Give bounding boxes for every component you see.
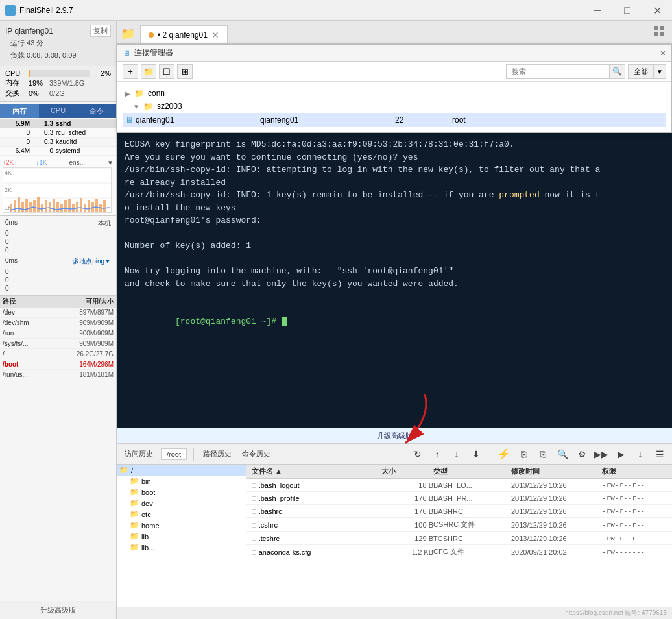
file-tree-item-dev[interactable]: 📁 dev xyxy=(117,498,246,509)
terminal-tab[interactable]: • 2 qianfeng01 ✕ xyxy=(140,25,228,43)
history-button[interactable]: 访问历史 xyxy=(122,448,156,460)
folder-icon[interactable]: 📁 xyxy=(121,27,135,41)
tab-bar: 📁 • 2 qianfeng01 ✕ xyxy=(117,21,672,44)
terminal[interactable]: ECDSA key fingerprint is MD5:dc:fa:0d:a3… xyxy=(117,133,672,428)
tab-memory[interactable]: 内存 xyxy=(0,104,39,118)
terminal-upgrade-button[interactable]: 升级高级版 xyxy=(117,428,672,443)
ping-label2: 本机 xyxy=(98,219,111,228)
terminal-line: Number of key(s) added: 1 xyxy=(125,239,664,252)
conn-tree-item-conn[interactable]: ▶ 📁 conn xyxy=(123,87,666,100)
file-name4: □.cshrc xyxy=(252,521,381,529)
tab-close-button[interactable]: ✕ xyxy=(211,30,219,40)
conn-tree-item-sz2003[interactable]: ▼ 📁 sz2003 xyxy=(123,100,666,113)
file-size: 18 B xyxy=(381,481,433,489)
list-item[interactable]: □.tcshrc 129 B TCSHRC ... 2013/12/29 10:… xyxy=(246,532,672,545)
ping-val3: 0 xyxy=(5,246,111,254)
search-input[interactable] xyxy=(506,64,610,79)
table-row: 00.3rcu_sched xyxy=(0,128,116,138)
list-item[interactable]: /boot 164M/296M xyxy=(0,359,116,370)
current-path[interactable]: /root xyxy=(161,448,187,460)
list-item[interactable]: □.bash_profile 176 B BASH_PR... 2013/12/… xyxy=(246,492,672,505)
minimize-button[interactable]: ─ xyxy=(582,0,612,21)
file-name5: □.tcshrc xyxy=(252,535,381,542)
play-icon[interactable]: ▶ xyxy=(614,447,628,461)
forward-icon[interactable]: ▶▶ xyxy=(594,447,608,461)
refresh-icon[interactable]: ↻ xyxy=(411,447,425,461)
list-item[interactable]: /dev897M/897M xyxy=(0,308,116,318)
down-icon[interactable]: ↓ xyxy=(633,447,647,461)
cmd-history-button[interactable]: 命令历史 xyxy=(239,448,273,460)
dir-icon2: 📁 xyxy=(130,488,139,496)
file-tree-item-lib[interactable]: 📁 lib xyxy=(117,531,246,542)
search-icon[interactable]: 🔍 xyxy=(610,64,625,79)
list-item[interactable]: □anaconda-ks.cfg 1.2 KB CFG 文件 2020/09/2… xyxy=(246,545,672,559)
list-item[interactable]: /run/us...181M/181M xyxy=(0,370,116,380)
svg-rect-23 xyxy=(88,200,90,213)
filter-dropdown[interactable]: 全部 xyxy=(628,64,654,79)
folder-conn-button[interactable]: 📁 xyxy=(141,64,156,79)
conn-manager-close[interactable]: ✕ xyxy=(660,49,666,58)
add-conn-button[interactable]: + xyxy=(123,64,138,79)
ping-val2: 0 xyxy=(5,237,111,246)
grid-conn-button[interactable]: ⊞ xyxy=(177,64,193,79)
bottom-toolbar: 访问历史 /root 路径历史 命令历史 ↻ ↑ ↓ ⬇ ⚡ ⎘ ⎘ 🔍 ⚙ ▶… xyxy=(117,443,672,464)
file-tree-root[interactable]: 📁 / xyxy=(117,465,246,476)
grid-view-button[interactable] xyxy=(651,23,667,41)
file-tree-item-boot[interactable]: 📁 boot xyxy=(117,487,246,498)
dir-icon4: 📁 xyxy=(130,510,139,518)
folder-expand-icon2: ▼ xyxy=(133,103,139,110)
download-icon[interactable]: ↓ xyxy=(450,447,464,461)
file-tree-item-home[interactable]: 📁 home xyxy=(117,520,246,531)
conn-tree-host-row[interactable]: 🖥 qianfeng01 qianfeng01 22 root xyxy=(123,113,666,127)
dir-label6: lib xyxy=(141,533,149,540)
root-folder-icon: 📁 xyxy=(119,466,128,474)
svg-rect-4 xyxy=(14,200,16,213)
terminal-cursor xyxy=(282,317,287,326)
terminal-line: /usr/bin/ssh-copy-id: INFO: attempting t… xyxy=(125,164,664,176)
list-item[interactable]: □.bashrc 176 B BASHRC ... 2013/12/29 10:… xyxy=(246,505,672,518)
filter-chevron-icon[interactable]: ▼ xyxy=(654,64,666,79)
ping-area: 0ms 本机 0 0 0 0ms 多地点ping▼ 0 0 0 xyxy=(0,215,116,295)
list-item[interactable]: □.cshrc 100 B CSHRC 文件 2013/12/29 10:26 … xyxy=(246,518,672,532)
copy-icon[interactable]: ⎘ xyxy=(516,447,531,461)
list-item[interactable]: /run900M/909M xyxy=(0,328,116,339)
svg-rect-31 xyxy=(660,32,664,36)
paste-icon[interactable]: ⎘ xyxy=(536,447,550,461)
tab-command[interactable]: 命令 xyxy=(77,104,116,118)
conn-manager-titlebar: 🖥 连接管理器 ✕ xyxy=(117,45,671,62)
settings-icon[interactable]: ⚙ xyxy=(575,447,589,461)
list-item[interactable]: /26.2G/27.7G xyxy=(0,349,116,359)
path-history-button[interactable]: 路径历史 xyxy=(200,448,234,460)
file-tree-item-bin[interactable]: 📁 bin xyxy=(117,476,246,487)
close-button[interactable]: ✕ xyxy=(642,0,672,21)
upload-icon[interactable]: ↑ xyxy=(430,447,444,461)
tab-cpu[interactable]: CPU xyxy=(39,104,78,118)
list-item[interactable]: □.bash_logout 18 B BASH_LO... 2013/12/29… xyxy=(246,479,672,492)
file-tree-item-lib64[interactable]: 📁 lib... xyxy=(117,542,246,553)
terminal-line: /usr/bin/ssh-copy-id: INFO: 1 key(s) rem… xyxy=(125,189,664,202)
terminal-line: and check to make sure that only the key… xyxy=(125,278,664,291)
svg-rect-30 xyxy=(654,32,658,36)
download2-icon[interactable]: ⬇ xyxy=(469,447,483,461)
disk-col-size: 可用/大小 xyxy=(48,297,114,306)
swap-label: 交换 xyxy=(5,88,26,98)
dir-label2: boot xyxy=(141,489,155,496)
lightning-icon[interactable]: ⚡ xyxy=(497,447,511,461)
table-row: 6.4M0systemd xyxy=(0,147,116,156)
conn-search: 🔍 全部 ▼ xyxy=(506,64,666,79)
file-tree-item-etc[interactable]: 📁 etc xyxy=(117,509,246,520)
list-item[interactable]: /dev/shm909M/909M xyxy=(0,318,116,328)
split-button[interactable]: ☐ xyxy=(159,64,174,79)
host-address-col: qianfeng01 xyxy=(260,115,390,125)
search-icon2[interactable]: 🔍 xyxy=(555,447,570,461)
menu-icon[interactable]: ☰ xyxy=(653,447,667,461)
copy-button[interactable]: 复制 xyxy=(90,25,111,37)
list-item[interactable]: /sys/fs/...909M/909M xyxy=(0,339,116,349)
sidebar-upgrade-button[interactable]: 升级高级版 xyxy=(0,601,116,619)
multiping-label[interactable]: 多地点ping▼ xyxy=(73,257,111,266)
maximize-button[interactable]: □ xyxy=(612,0,642,21)
host-user-col: root xyxy=(452,115,517,125)
ping-val5: 0 xyxy=(5,276,111,284)
swap-percent: 0% xyxy=(29,90,47,97)
expand-icon[interactable]: ▼ xyxy=(107,159,114,166)
